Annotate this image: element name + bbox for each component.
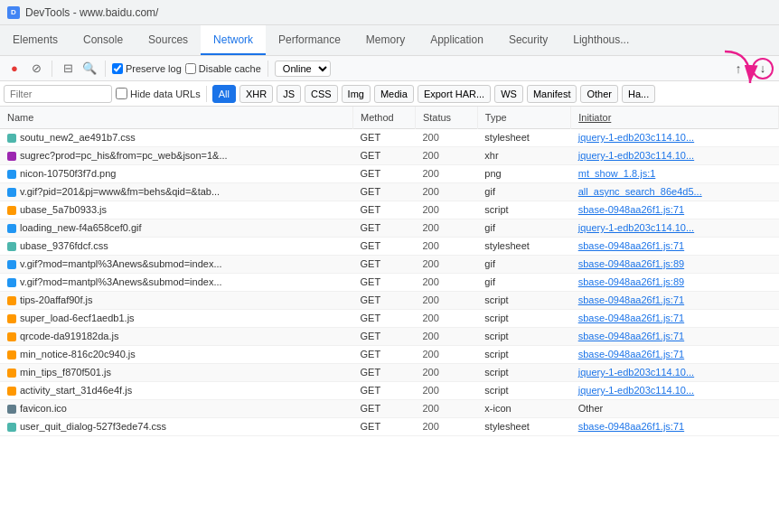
filter-ha-btn[interactable]: Ha... [622,85,655,103]
cell-initiator[interactable]: jquery-1-edb203c114.10... [571,219,779,237]
cell-initiator[interactable]: jquery-1-edb203c114.10... [571,363,779,381]
header-name[interactable]: Name [0,107,353,128]
network-table: Name Method Status Type Initiator soutu_… [0,107,779,436]
cell-initiator[interactable]: sbase-0948aa26f1.js:71 [571,201,779,219]
cell-method: GET [353,237,416,255]
resource-type-icon [7,314,16,323]
cell-name: soutu_new2_ae491b7.css [0,128,353,146]
table-row[interactable]: loading_new-f4a658cef0.gifGET200gifjquer… [0,219,779,237]
cell-method: GET [353,182,416,201]
tab-performance[interactable]: Performance [266,25,353,55]
table-row[interactable]: v.gif?pid=201&pj=www&fm=behs&qid=&tab...… [0,182,779,201]
filter-media-btn[interactable]: Media [374,85,414,103]
filter-all-btn[interactable]: All [212,85,236,103]
cell-initiator[interactable]: sbase-0948aa26f1.js:71 [571,417,779,435]
cell-method: GET [353,128,416,146]
preserve-log-label[interactable]: Preserve log [112,63,182,74]
tab-memory[interactable]: Memory [353,25,418,55]
resource-type-icon [7,188,16,197]
header-initiator[interactable]: Initiator [571,107,779,128]
cell-status: 200 [415,237,477,255]
cell-status: 200 [415,128,477,146]
cell-initiator[interactable]: mt_show_1.8.js:1 [571,164,779,182]
resource-type-icon [7,350,16,359]
cell-initiator[interactable]: sbase-0948aa26f1.js:89 [571,273,779,291]
resource-type-icon [7,278,16,287]
cell-initiator[interactable]: sbase-0948aa26f1.js:71 [571,309,779,327]
table-row[interactable]: user_quit_dialog-527f3ede74.cssGET200sty… [0,417,779,435]
header-type[interactable]: Type [477,107,570,128]
filter-img-btn[interactable]: Img [342,85,371,103]
table-row[interactable]: sugrec?prod=pc_his&from=pc_web&json=1&..… [0,146,779,164]
cell-name: ubase_5a7b0933.js [0,201,353,219]
tab-lighthouse[interactable]: Lighthous... [560,25,642,55]
hide-data-urls-checkbox[interactable] [116,88,127,99]
export-har-btn[interactable]: Export HAR... [418,85,491,103]
resource-type-icon [7,134,16,143]
table-row[interactable]: super_load-6ecf1aedb1.jsGET200scriptsbas… [0,309,779,327]
cell-initiator[interactable]: sbase-0948aa26f1.js:71 [571,327,779,345]
filter-icon[interactable]: ⊟ [59,60,77,78]
cell-initiator[interactable]: sbase-0948aa26f1.js:71 [571,345,779,363]
tab-elements[interactable]: Elements [0,25,70,55]
table-row[interactable]: v.gif?mod=mantpl%3Anews&submod=index...G… [0,255,779,273]
cell-status: 200 [415,182,477,201]
cell-initiator[interactable]: Other [571,399,779,417]
disable-cache-checkbox[interactable] [185,63,196,74]
search-icon[interactable]: 🔍 [80,60,99,78]
filter-js-btn[interactable]: JS [277,85,301,103]
hide-data-urls-label[interactable]: WS Hide data URLs [116,88,201,99]
resource-type-icon [7,206,16,215]
cell-name: tips-20affaf90f.js [0,291,353,309]
filter-bar: WS Hide data URLs All XHR JS CSS Img Med… [0,81,779,107]
filter-ws-btn[interactable]: WS [494,85,523,103]
cell-type: gif [477,182,570,201]
tab-console[interactable]: Console [70,25,136,55]
table-row[interactable]: ubase_9376fdcf.cssGET200stylesheetsbase-… [0,237,779,255]
cell-initiator[interactable]: sbase-0948aa26f1.js:89 [571,255,779,273]
filter-xhr-btn[interactable]: XHR [239,85,273,103]
cell-status: 200 [415,309,477,327]
tab-sources[interactable]: Sources [136,25,201,55]
filter-other-btn[interactable]: Other [580,85,618,103]
cell-initiator[interactable]: jquery-1-edb203c114.10... [571,128,779,146]
table-row[interactable]: soutu_new2_ae491b7.cssGET200stylesheetjq… [0,128,779,146]
table-row[interactable]: min_tips_f870f501.jsGET200scriptjquery-1… [0,363,779,381]
cell-method: GET [353,345,416,363]
cell-initiator[interactable]: all_async_search_86e4d5... [571,182,779,201]
cell-initiator[interactable]: jquery-1-edb203c114.10... [571,146,779,164]
cell-type: gif [477,273,570,291]
cell-status: 200 [415,201,477,219]
cell-status: 200 [415,273,477,291]
filter-input[interactable] [4,85,112,103]
cell-initiator[interactable]: jquery-1-edb203c114.10... [571,381,779,399]
disable-cache-label[interactable]: Disable cache [185,63,261,74]
table-row[interactable]: v.gif?mod=mantpl%3Anews&submod=index...G… [0,273,779,291]
tab-security[interactable]: Security [496,25,560,55]
header-method[interactable]: Method [353,107,416,128]
cell-type: xhr [477,146,570,164]
cell-method: GET [353,327,416,345]
favicon-icon: D [7,6,20,19]
filter-css-btn[interactable]: CSS [305,85,338,103]
filter-manifest-btn[interactable]: Manifest [527,85,577,103]
network-throttle-select[interactable]: Online [275,61,331,77]
import-button[interactable]: ↑ [728,59,748,79]
cell-initiator[interactable]: sbase-0948aa26f1.js:71 [571,291,779,309]
table-row[interactable]: favicon.icoGET200x-iconOther [0,399,779,417]
tab-network[interactable]: Network [201,25,266,55]
tab-application[interactable]: Application [418,25,496,55]
table-row[interactable]: tips-20affaf90f.jsGET200scriptsbase-0948… [0,291,779,309]
header-status[interactable]: Status [415,107,477,128]
table-row[interactable]: nicon-10750f3f7d.pngGET200pngmt_show_1.8… [0,164,779,182]
record-button[interactable]: ● [5,60,23,78]
cell-initiator[interactable]: sbase-0948aa26f1.js:71 [571,237,779,255]
table-row[interactable]: min_notice-816c20c940.jsGET200scriptsbas… [0,345,779,363]
export-button[interactable]: ↓ [752,58,774,79]
table-row[interactable]: qrcode-da919182da.jsGET200scriptsbase-09… [0,327,779,345]
table-row[interactable]: ubase_5a7b0933.jsGET200scriptsbase-0948a… [0,201,779,219]
table-row[interactable]: activity_start_31d46e4f.jsGET200scriptjq… [0,381,779,399]
preserve-log-checkbox[interactable] [112,63,123,74]
resource-type-icon [7,170,16,179]
clear-button[interactable]: ⊘ [27,60,45,78]
